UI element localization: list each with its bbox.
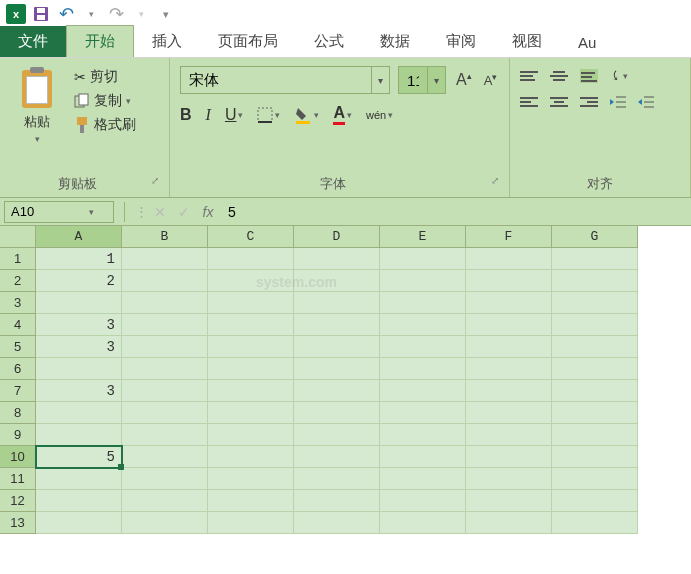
cell-B9[interactable]	[122, 424, 208, 446]
column-header-E[interactable]: E	[380, 226, 466, 248]
cell-F8[interactable]	[466, 402, 552, 424]
cell-F11[interactable]	[466, 468, 552, 490]
cell-D6[interactable]	[294, 358, 380, 380]
cell-A4[interactable]: 3	[36, 314, 122, 336]
font-name-combo[interactable]: ▾	[180, 66, 390, 94]
tab-au[interactable]: Au	[560, 28, 614, 57]
font-size-combo[interactable]: ▾	[398, 66, 446, 94]
cell-A9[interactable]	[36, 424, 122, 446]
copy-button[interactable]: 复制 ▾	[74, 92, 136, 110]
name-box-dropdown-icon[interactable]: ▾	[85, 207, 98, 217]
cell-C4[interactable]	[208, 314, 294, 336]
border-button[interactable]: ▾	[257, 107, 280, 123]
tab-review[interactable]: 审阅	[428, 26, 494, 57]
bold-button[interactable]: B	[180, 106, 192, 124]
cell-D12[interactable]	[294, 490, 380, 512]
cut-button[interactable]: ✂ 剪切	[74, 68, 136, 86]
cell-E13[interactable]	[380, 512, 466, 534]
font-name-dropdown-icon[interactable]: ▾	[371, 67, 389, 93]
row-header-8[interactable]: 8	[0, 402, 36, 424]
save-icon[interactable]	[29, 2, 53, 26]
cell-G5[interactable]	[552, 336, 638, 358]
cell-B12[interactable]	[122, 490, 208, 512]
cell-F5[interactable]	[466, 336, 552, 358]
formula-input[interactable]	[220, 204, 691, 220]
cell-E8[interactable]	[380, 402, 466, 424]
cell-D13[interactable]	[294, 512, 380, 534]
row-header-6[interactable]: 6	[0, 358, 36, 380]
italic-button[interactable]: I	[206, 106, 211, 124]
cell-G9[interactable]	[552, 424, 638, 446]
cell-B1[interactable]	[122, 248, 208, 270]
cell-F13[interactable]	[466, 512, 552, 534]
cell-E12[interactable]	[380, 490, 466, 512]
cell-E11[interactable]	[380, 468, 466, 490]
cancel-formula-icon[interactable]: ✕	[148, 204, 172, 220]
cell-C13[interactable]	[208, 512, 294, 534]
cell-F12[interactable]	[466, 490, 552, 512]
cell-G10[interactable]	[552, 446, 638, 468]
cell-E9[interactable]	[380, 424, 466, 446]
cell-C11[interactable]	[208, 468, 294, 490]
row-header-11[interactable]: 11	[0, 468, 36, 490]
cell-A2[interactable]: 2	[36, 270, 122, 292]
cell-D1[interactable]	[294, 248, 380, 270]
cell-A1[interactable]: 1	[36, 248, 122, 270]
row-header-3[interactable]: 3	[0, 292, 36, 314]
underline-button[interactable]: U▾	[225, 106, 244, 124]
cell-C7[interactable]	[208, 380, 294, 402]
cell-D9[interactable]	[294, 424, 380, 446]
select-all-corner[interactable]	[0, 226, 36, 248]
cell-C12[interactable]	[208, 490, 294, 512]
tab-view[interactable]: 视图	[494, 26, 560, 57]
cell-G7[interactable]	[552, 380, 638, 402]
cell-B11[interactable]	[122, 468, 208, 490]
cell-F2[interactable]	[466, 270, 552, 292]
cell-C10[interactable]	[208, 446, 294, 468]
column-header-D[interactable]: D	[294, 226, 380, 248]
redo-dropdown-icon[interactable]: ▾	[129, 2, 153, 26]
cell-A7[interactable]: 3	[36, 380, 122, 402]
cell-D4[interactable]	[294, 314, 380, 336]
cell-E10[interactable]	[380, 446, 466, 468]
cell-B5[interactable]	[122, 336, 208, 358]
row-header-1[interactable]: 1	[0, 248, 36, 270]
cell-A10[interactable]: 5	[36, 446, 122, 468]
cell-D2[interactable]	[294, 270, 380, 292]
cell-A12[interactable]	[36, 490, 122, 512]
row-header-13[interactable]: 13	[0, 512, 36, 534]
cell-C2[interactable]	[208, 270, 294, 292]
cell-G12[interactable]	[552, 490, 638, 512]
cell-E3[interactable]	[380, 292, 466, 314]
increase-font-icon[interactable]: A▴	[454, 71, 474, 89]
cell-B4[interactable]	[122, 314, 208, 336]
redo-icon[interactable]: ↷	[104, 2, 128, 26]
align-right-icon[interactable]	[580, 95, 598, 109]
row-header-4[interactable]: 4	[0, 314, 36, 336]
cell-C8[interactable]	[208, 402, 294, 424]
cell-B13[interactable]	[122, 512, 208, 534]
column-header-B[interactable]: B	[122, 226, 208, 248]
cell-B10[interactable]	[122, 446, 208, 468]
cell-G2[interactable]	[552, 270, 638, 292]
cell-A5[interactable]: 3	[36, 336, 122, 358]
align-left-icon[interactable]	[520, 95, 538, 109]
cell-A3[interactable]	[36, 292, 122, 314]
cell-C9[interactable]	[208, 424, 294, 446]
cell-D3[interactable]	[294, 292, 380, 314]
decrease-font-icon[interactable]: A▾	[482, 72, 500, 88]
undo-dropdown-icon[interactable]: ▾	[79, 2, 103, 26]
undo-icon[interactable]: ↶	[54, 2, 78, 26]
column-header-A[interactable]: A	[36, 226, 122, 248]
cell-E2[interactable]	[380, 270, 466, 292]
align-center-icon[interactable]	[550, 95, 568, 109]
row-header-10[interactable]: 10	[0, 446, 36, 468]
cell-C3[interactable]	[208, 292, 294, 314]
cell-E1[interactable]	[380, 248, 466, 270]
tab-file[interactable]: 文件	[0, 26, 66, 57]
column-header-C[interactable]: C	[208, 226, 294, 248]
cell-D10[interactable]	[294, 446, 380, 468]
row-header-9[interactable]: 9	[0, 424, 36, 446]
qat-customize-icon[interactable]: ▾	[154, 2, 178, 26]
cell-E7[interactable]	[380, 380, 466, 402]
